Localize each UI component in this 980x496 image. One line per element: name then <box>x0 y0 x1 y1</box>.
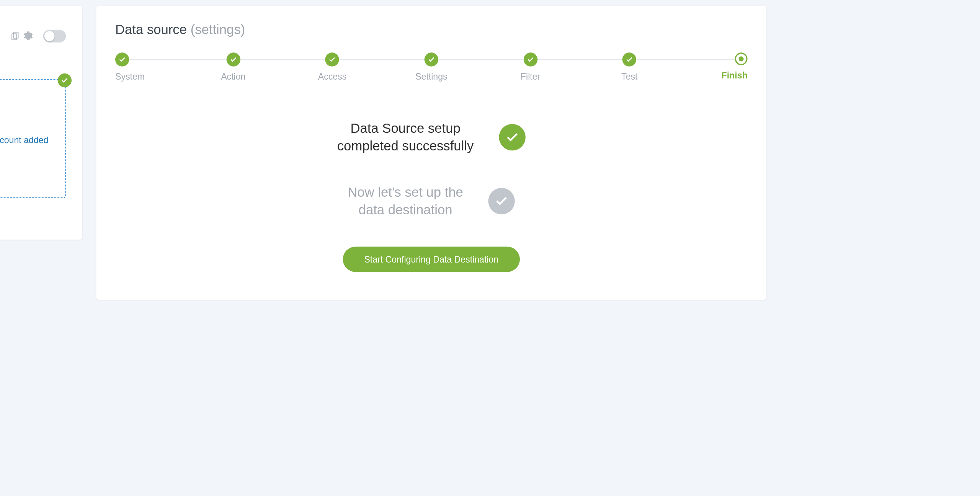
step-done-icon <box>622 52 636 66</box>
data-source-row: ActionGet DATA <box>0 120 58 134</box>
status-success: Data Source setup completed successfully <box>337 119 526 155</box>
wizard-step-filter[interactable]: Filter <box>511 52 611 82</box>
wizard-steps: SystemActionAccessSettingsFilterTestFini… <box>115 52 748 82</box>
step-label: Access <box>318 72 347 82</box>
step-current-icon <box>735 52 748 65</box>
step-label: Filter <box>521 72 540 82</box>
content-area: Connection Main / Connections / PRODUCTD… <box>0 0 787 398</box>
step-label: Test <box>621 72 637 82</box>
svg-rect-15 <box>12 34 17 39</box>
step-label: Finish <box>722 70 748 80</box>
step-label: Settings <box>415 72 448 82</box>
panel-subtitle: (settings) <box>191 22 245 37</box>
step-done-icon <box>115 52 129 66</box>
connection-toggle[interactable] <box>43 30 66 42</box>
step-label: System <box>115 72 145 82</box>
check-icon <box>58 73 72 87</box>
wizard-step-settings[interactable]: Settings <box>412 52 511 82</box>
svg-rect-14 <box>14 32 18 38</box>
data-source-row: Settingschange settings <box>0 147 58 161</box>
copy-icon[interactable] <box>11 29 20 44</box>
checkmark-icon <box>499 124 525 151</box>
gear-icon[interactable] <box>24 29 33 44</box>
data-source-row: SystemProductDyno <box>0 106 58 120</box>
data-source-settings-card: Data source (settings) SystemActionAcces… <box>96 6 766 300</box>
wizard-step-action[interactable]: Action <box>214 52 314 82</box>
data-source-row: Testcheck <box>0 175 58 189</box>
wizard-step-test[interactable]: Test <box>611 52 710 82</box>
step-done-icon <box>325 52 339 66</box>
start-destination-button[interactable]: Start Configuring Data Destination <box>343 247 520 272</box>
checkmark-grey-icon <box>488 188 515 214</box>
panel-title: Data source <box>115 22 187 37</box>
data-source-box[interactable]: 1 DATA SOURCE SystemProductDynoActionGet… <box>0 79 66 198</box>
row-value-link[interactable]: ProductDyno (account added <box>0 134 48 147</box>
data-source-row: AccessProductDyno (account added <box>0 134 58 147</box>
connection-id: (ID: 43492) <box>0 21 4 51</box>
step-done-icon <box>425 52 438 66</box>
step-done-icon <box>226 52 240 66</box>
connection-card: Connection (ID: 43492) PRODUCTDYNO <box>0 6 82 240</box>
wizard-step-access[interactable]: Access <box>314 52 413 82</box>
wizard-step-system[interactable]: System <box>115 52 214 82</box>
connection-name: PRODUCTDYNO <box>0 63 66 73</box>
wizard-step-finish[interactable]: Finish <box>710 52 748 80</box>
data-source-row: Filterchange filter <box>0 161 58 175</box>
status-next: Now let's set up the data destination <box>348 183 515 219</box>
step-label: Action <box>221 72 245 82</box>
step-done-icon <box>523 52 537 66</box>
